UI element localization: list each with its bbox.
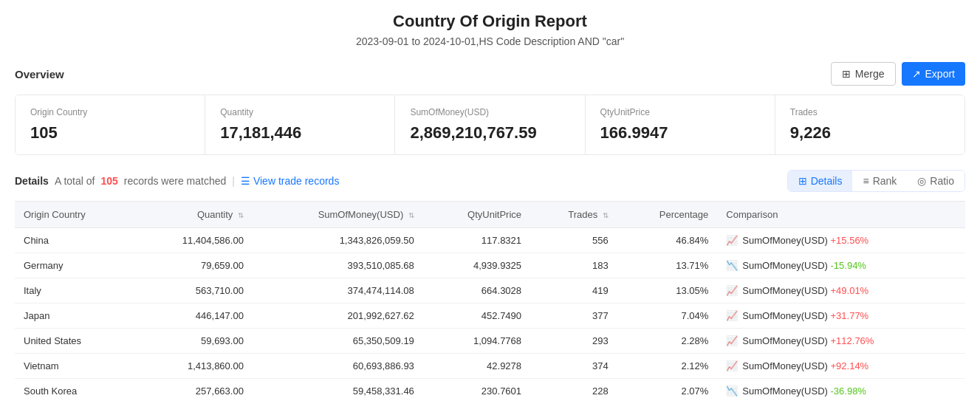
cell-country: South Korea — [15, 379, 134, 402]
export-button[interactable]: ↗ Export — [902, 62, 965, 86]
cell-trades: 228 — [530, 379, 617, 402]
view-trade-link[interactable]: ☰ View trade records — [241, 175, 339, 187]
stat-card-origin-country: Origin Country 105 — [16, 95, 205, 154]
cell-country: Germany — [15, 253, 134, 278]
ratio-tab-icon: ◎ — [917, 175, 926, 187]
cell-qty-unit: 1,094.7768 — [423, 329, 530, 354]
section-title: Details — [15, 175, 49, 187]
tab-ratio[interactable]: ◎ Ratio — [907, 171, 964, 191]
cell-country: Italy — [15, 278, 134, 304]
table-row: Vietnam 1,413,860.00 60,693,886.93 42.92… — [15, 354, 965, 379]
comparison-text: SumOfMoney(USD) +15.56% — [742, 235, 868, 246]
cell-comparison: 📈 SumOfMoney(USD) +92.14% — [717, 354, 965, 379]
cell-percentage: 46.84% — [617, 228, 718, 253]
rank-tab-icon: ≡ — [863, 175, 868, 187]
cell-percentage: 13.71% — [617, 253, 718, 278]
stat-label: QtyUnitPrice — [600, 107, 760, 117]
cell-trades: 419 — [530, 278, 617, 304]
details-suffix: records were matched — [124, 175, 227, 187]
merge-icon: ⊞ — [842, 68, 851, 80]
tab-rank[interactable]: ≡ Rank — [852, 171, 907, 191]
stat-value: 105 — [30, 123, 190, 143]
report-title: Country Of Origin Report — [15, 12, 965, 31]
cell-qty-unit: 42.9278 — [423, 354, 530, 379]
table-row: China 11,404,586.00 1,343,826,059.50 117… — [15, 228, 965, 253]
comparison-text: SumOfMoney(USD) +112.76% — [742, 335, 874, 346]
cell-comparison: 📉 SumOfMoney(USD) -15.94% — [717, 253, 965, 278]
cell-qty-unit: 230.7601 — [423, 379, 530, 402]
cell-percentage: 2.28% — [617, 329, 718, 354]
cell-comparison: 📉 SumOfMoney(USD) -36.98% — [717, 379, 965, 402]
tab-details[interactable]: ⊞ Details — [788, 171, 853, 191]
details-prefix: A total of — [55, 175, 95, 187]
cell-quantity: 446,147.00 — [134, 304, 252, 329]
cell-sum-money: 65,350,509.19 — [253, 329, 423, 354]
table-container: Origin Country Quantity ⇅ SumOfMoney(USD… — [15, 201, 965, 401]
cell-quantity: 257,663.00 — [134, 379, 252, 402]
stat-value: 166.9947 — [600, 123, 760, 143]
col-sum-money[interactable]: SumOfMoney(USD) ⇅ — [253, 202, 423, 228]
cell-sum-money: 59,458,331.46 — [253, 379, 423, 402]
col-trades[interactable]: Trades ⇅ — [530, 202, 617, 228]
cell-sum-money: 1,343,826,059.50 — [253, 228, 423, 253]
cell-qty-unit: 117.8321 — [423, 228, 530, 253]
merge-button[interactable]: ⊞ Merge — [831, 62, 896, 86]
cell-percentage: 7.04% — [617, 304, 718, 329]
stat-card-qty-unit-price: QtyUnitPrice 166.9947 — [586, 95, 775, 154]
cell-sum-money: 393,510,085.68 — [253, 253, 423, 278]
cell-qty-unit: 452.7490 — [423, 304, 530, 329]
table-row: Italy 563,710.00 374,474,114.08 664.3028… — [15, 278, 965, 304]
stat-value: 2,869,210,767.59 — [410, 123, 569, 143]
cell-comparison: 📈 SumOfMoney(USD) +15.56% — [717, 228, 965, 253]
col-qty-unit: QtyUnitPrice — [423, 202, 530, 228]
cell-comparison: 📈 SumOfMoney(USD) +112.76% — [717, 329, 965, 354]
cell-quantity: 1,413,860.00 — [134, 354, 252, 379]
col-comparison: Comparison — [717, 202, 965, 228]
cell-country: China — [15, 228, 134, 253]
stats-row: Origin Country 105 Quantity 17,181,446 S… — [15, 95, 965, 155]
stat-value: 9,226 — [790, 123, 950, 143]
table-row: Japan 446,147.00 201,992,627.62 452.7490… — [15, 304, 965, 329]
stat-label: Trades — [790, 107, 950, 117]
cell-sum-money: 60,693,886.93 — [253, 354, 423, 379]
stat-card-sum-money: SumOfMoney(USD) 2,869,210,767.59 — [395, 95, 585, 154]
cell-trades: 293 — [530, 329, 617, 354]
comparison-text: SumOfMoney(USD) +31.77% — [742, 310, 868, 321]
comparison-icon: 📈 — [726, 310, 738, 321]
col-quantity[interactable]: Quantity ⇅ — [134, 202, 252, 228]
cell-percentage: 2.07% — [617, 379, 718, 402]
stat-value: 17,181,446 — [220, 123, 380, 143]
cell-sum-money: 201,992,627.62 — [253, 304, 423, 329]
cell-country: United States — [15, 329, 134, 354]
comparison-text: SumOfMoney(USD) +49.01% — [742, 285, 868, 296]
cell-trades: 377 — [530, 304, 617, 329]
table-row: Germany 79,659.00 393,510,085.68 4,939.9… — [15, 253, 965, 278]
stat-card-quantity: Quantity 17,181,446 — [205, 95, 395, 154]
details-count-highlight: 105 — [100, 175, 117, 187]
cell-comparison: 📈 SumOfMoney(USD) +31.77% — [717, 304, 965, 329]
cell-trades: 374 — [530, 354, 617, 379]
cell-country: Vietnam — [15, 354, 134, 379]
stat-label: Quantity — [220, 107, 380, 117]
details-tab-icon: ⊞ — [798, 175, 807, 187]
stat-card-trades: Trades 9,226 — [775, 95, 964, 154]
comparison-icon: 📈 — [726, 285, 738, 296]
cell-quantity: 11,404,586.00 — [134, 228, 252, 253]
table-row: United States 59,693.00 65,350,509.19 1,… — [15, 329, 965, 354]
col-origin-country: Origin Country — [15, 202, 134, 228]
overview-label: Overview — [15, 68, 64, 80]
comparison-icon: 📈 — [726, 360, 738, 371]
comparison-icon: 📈 — [726, 235, 738, 246]
separator: | — [232, 175, 235, 187]
col-percentage: Percentage — [617, 202, 718, 228]
cell-qty-unit: 4,939.9325 — [423, 253, 530, 278]
trade-link-icon: ☰ — [241, 175, 250, 187]
table-row: South Korea 257,663.00 59,458,331.46 230… — [15, 379, 965, 402]
stat-label: SumOfMoney(USD) — [410, 107, 569, 117]
cell-trades: 183 — [530, 253, 617, 278]
stat-label: Origin Country — [30, 107, 190, 117]
comparison-icon: 📈 — [726, 335, 738, 346]
cell-sum-money: 374,474,114.08 — [253, 278, 423, 304]
cell-quantity: 79,659.00 — [134, 253, 252, 278]
cell-quantity: 59,693.00 — [134, 329, 252, 354]
